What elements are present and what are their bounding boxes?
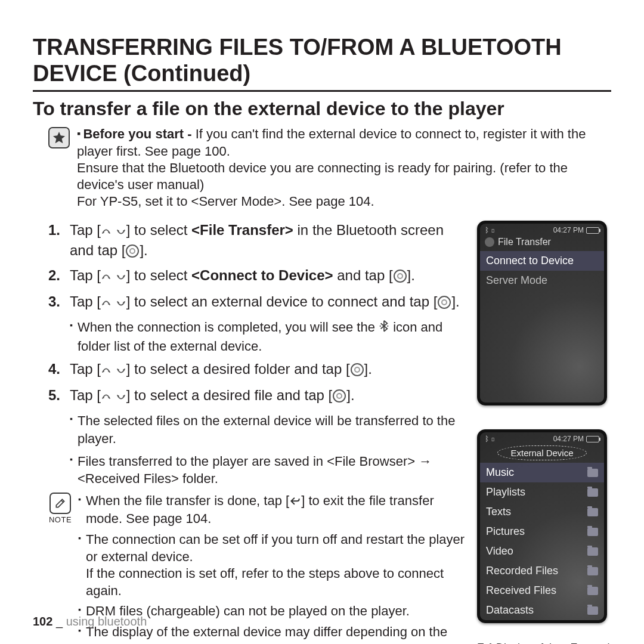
ok-icon — [394, 270, 407, 283]
step-5-sub-2: ▪Files transferred to the player are sav… — [70, 453, 465, 488]
note-pen-icon — [49, 493, 71, 514]
svg-point-20 — [108, 397, 109, 398]
device-row: Received Files — [480, 581, 604, 600]
title-divider — [33, 90, 611, 92]
svg-point-16 — [108, 371, 109, 372]
svg-point-15 — [103, 371, 104, 372]
device-row: Datacasts — [480, 600, 604, 620]
external-device-badge: External Device — [497, 445, 587, 460]
folder-icon — [587, 606, 598, 615]
folder-icon — [587, 587, 598, 595]
bluetooth-status-icon: ᛒ ▯ — [485, 435, 495, 443]
step-4: 4. Tap [ ] to select a desired folder an… — [48, 360, 465, 380]
ok-icon — [438, 296, 451, 309]
svg-point-19 — [103, 397, 104, 398]
svg-point-6 — [108, 277, 109, 278]
star-icon — [48, 127, 70, 148]
ok-icon — [351, 363, 364, 376]
up-down-icon — [101, 267, 126, 286]
page-number: 102 — [33, 615, 52, 628]
folder-icon — [587, 469, 598, 477]
device-time: 04:27 PM — [553, 435, 584, 443]
ok-icon — [333, 389, 346, 402]
section-name: using bluetooth — [66, 615, 147, 628]
device-row: Video — [480, 541, 604, 561]
note-label: NOTE — [49, 515, 72, 524]
step-3: 3. Tap [ ] to select an external device … — [48, 292, 465, 312]
section-subtitle: To transfer a file on the external devic… — [33, 98, 611, 120]
svg-point-9 — [103, 304, 104, 305]
up-down-icon — [101, 222, 126, 241]
device-header-title: File Transfer — [498, 237, 551, 247]
device-caption: Ex} Display of the <External Device> — [477, 641, 611, 644]
device-mock-external: ᛒ ▯ 04:27 PM External Device Music Playl… — [477, 429, 607, 623]
back-icon — [289, 494, 301, 511]
device-time: 04:27 PM — [553, 226, 584, 234]
svg-point-5 — [103, 277, 104, 278]
page-footer: 102 _ using bluetooth — [33, 615, 147, 628]
svg-point-14 — [387, 326, 388, 327]
step-3-sub: ▪ When the connection is completed, you … — [70, 318, 465, 355]
device-row: Recorded Files — [480, 561, 604, 581]
battery-icon — [586, 227, 599, 234]
step-5: 5. Tap [ ] to select a desired file and … — [48, 386, 465, 406]
ok-icon — [126, 244, 139, 258]
folder-icon — [587, 567, 598, 575]
header-icon — [485, 237, 494, 247]
device-row: Music — [480, 463, 604, 482]
step-1: 1. Tap [ ] to select <File Transfer> in … — [48, 221, 465, 260]
step-2: 2. Tap [ ] to select <Connect to Device>… — [48, 266, 465, 286]
folder-icon — [587, 547, 598, 556]
device-row: Texts — [480, 502, 604, 522]
step-5-sub-1: ▪The selected files on the external devi… — [70, 412, 465, 447]
before-you-start-note: ▪Before you start - If you can't find th… — [48, 126, 611, 210]
svg-point-1 — [103, 231, 104, 233]
bluetooth-pair-icon — [379, 320, 389, 338]
folder-icon — [587, 528, 598, 536]
svg-point-10 — [108, 304, 109, 305]
up-down-icon — [101, 387, 126, 406]
device-mock-file-transfer: ᛒ ▯ 04:27 PM File Transfer Connect to De… — [477, 221, 607, 405]
svg-marker-0 — [53, 132, 65, 143]
svg-point-13 — [380, 326, 381, 327]
bluetooth-status-icon: ᛒ ▯ — [485, 226, 495, 234]
folder-icon — [587, 488, 598, 497]
svg-point-2 — [108, 231, 109, 233]
up-down-icon — [101, 361, 126, 380]
device-row-server: Server Mode — [480, 271, 604, 290]
folder-icon — [587, 508, 598, 516]
battery-icon — [586, 436, 599, 442]
page-title: TRANSFERRING FILES TO/FROM A BLUETOOTH D… — [33, 35, 611, 86]
up-down-icon — [101, 293, 126, 312]
steps-list: 1. Tap [ ] to select <File Transfer> in … — [48, 221, 465, 488]
device-row: Pictures — [480, 522, 604, 541]
device-row-connect: Connect to Device — [480, 251, 604, 271]
device-row: Playlists — [480, 482, 604, 502]
